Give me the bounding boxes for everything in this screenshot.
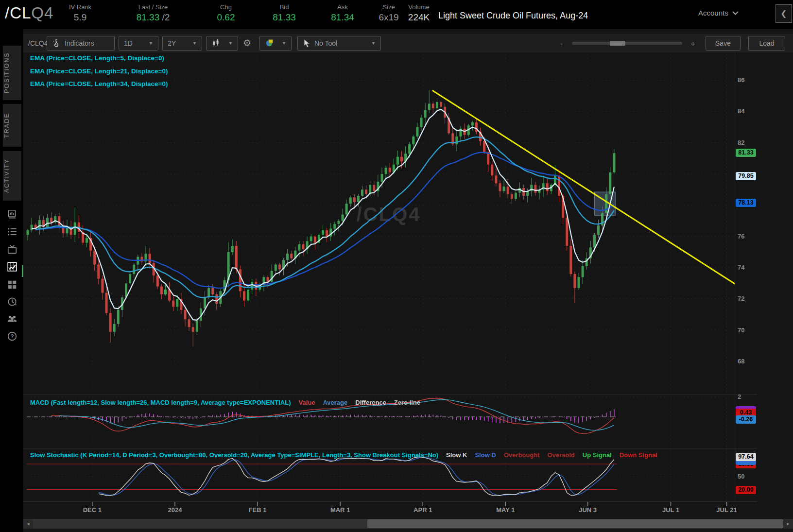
scrollbar-track[interactable] (33, 519, 782, 529)
candle-body (188, 319, 190, 327)
macd-histogram-bar (315, 415, 316, 417)
zoom-slider-thumb[interactable] (610, 41, 625, 46)
ema-21-line (35, 137, 614, 298)
list-icon[interactable] (7, 226, 17, 237)
candle-body (558, 175, 560, 196)
ema-legend-row: EMA (Price=CLOSE, Length=34, Displace=0) (30, 80, 168, 87)
timeframe-dropdown[interactable]: 1D▼ (119, 36, 158, 51)
load-button[interactable]: Load (748, 36, 785, 51)
macd-histogram-bar (445, 416, 446, 417)
candle-body (597, 225, 600, 235)
macd-histogram-bar (216, 415, 217, 417)
chart-icon[interactable] (7, 261, 17, 272)
candle-body (511, 194, 513, 199)
macd-histogram-bar (598, 416, 599, 417)
trendline-drawing[interactable] (432, 90, 735, 284)
macd-histogram-bar (413, 415, 414, 417)
macd-histogram-bar (480, 417, 481, 420)
candle-body (357, 196, 360, 202)
macd-histogram-bar (59, 416, 60, 417)
scroll-left-icon[interactable]: ◂ (23, 519, 33, 529)
macd-histogram-bar (606, 413, 607, 417)
candle-body (243, 291, 245, 300)
study-label: Slow Stochastic (K Period=14, D Period=3… (30, 451, 438, 459)
page-title: /CLQ4 (5, 4, 53, 22)
time-axis-label: DEC 1 (83, 506, 102, 514)
drawing-tool-value: No Tool (314, 39, 337, 47)
sidebar-item-activity[interactable]: ACTIVITY (3, 151, 21, 201)
drawing-tool-dropdown[interactable]: No Tool ▼ (297, 36, 381, 51)
candle-body (365, 189, 367, 194)
people-icon[interactable] (7, 313, 17, 324)
header-stat: Bid81.33 (253, 3, 316, 23)
chart-type-dropdown[interactable]: ▼ (206, 36, 238, 51)
macd-histogram-bar (130, 417, 131, 417)
candle-body (149, 254, 151, 263)
candle-body (432, 103, 434, 108)
price-chart-canvas[interactable]: /CLQ4 (23, 52, 735, 515)
tv-icon (7, 244, 17, 255)
macd-histogram-bar (307, 415, 308, 417)
macd-histogram-bar (55, 416, 56, 417)
help-icon[interactable]: ? (7, 331, 17, 342)
time-axis-label: MAY 1 (496, 506, 515, 514)
indicators-flask-icon (52, 39, 61, 48)
macd-histogram-bar (338, 415, 339, 417)
toolbar-symbol-label: /CLQ4 (28, 39, 48, 47)
candle-body (184, 310, 187, 319)
stat-value: 81.33 /2 (121, 12, 185, 23)
macd-histogram-bar (303, 415, 304, 417)
stat-label: Chg (194, 3, 258, 11)
stat-label: Volume (400, 3, 437, 11)
zoom-out-button[interactable]: - (560, 39, 563, 48)
time-axis-label: APR 1 (414, 506, 432, 514)
zoom-slider[interactable] (572, 42, 682, 45)
sidebar-item-positions[interactable]: POSITIONS (3, 46, 21, 100)
axis-border (735, 52, 735, 501)
legend-item: Difference (355, 399, 386, 406)
accounts-label: Accounts (698, 9, 728, 17)
tv-icon[interactable] (7, 244, 17, 255)
legend-item: Slow K (446, 451, 467, 459)
macd-histogram-bar (346, 415, 347, 417)
gear-icon[interactable]: ⚙ (243, 37, 251, 49)
macd-histogram-bar (51, 416, 52, 417)
macd-histogram-bar (417, 415, 418, 417)
candle-body (578, 277, 580, 288)
candle-body (314, 237, 316, 243)
accounts-dropdown[interactable]: Accounts (698, 9, 739, 17)
candle-body (483, 141, 485, 152)
range-dropdown[interactable]: 2Y▼ (162, 36, 202, 51)
macd-histogram-bar (535, 417, 536, 418)
list-icon (7, 226, 17, 237)
macd-histogram-bar (496, 417, 497, 423)
indicators-button[interactable]: Indicators (47, 36, 115, 51)
macd-histogram-bar (602, 414, 603, 417)
macd-histogram-bar (157, 415, 158, 417)
macd-histogram-bar (503, 417, 504, 423)
save-button[interactable]: Save (706, 36, 741, 51)
stat-value: 0.62 (194, 12, 258, 23)
chart-scrollbar[interactable]: ◂ ▸ (23, 519, 793, 529)
macd-histogram-bar (169, 417, 170, 417)
candle-body (436, 102, 438, 108)
candle-body (164, 290, 167, 294)
chart-mode-dropdown[interactable]: ▼ (259, 36, 292, 51)
scroll-right-icon[interactable]: ▸ (783, 519, 793, 529)
watermark: /CLQ4 (357, 204, 421, 225)
report-icon[interactable] (7, 209, 17, 220)
collapse-panel-button[interactable]: ❮ (776, 4, 792, 23)
zoom-in-button[interactable]: + (691, 39, 695, 48)
grid-icon[interactable] (7, 279, 17, 290)
macd-histogram-bar (437, 415, 438, 417)
history-icon[interactable] (7, 296, 17, 307)
sidebar-item-trade[interactable]: TRADE (3, 104, 21, 147)
macd-histogram-bar (114, 417, 115, 423)
macd-histogram-bar (102, 417, 103, 421)
candle-body (396, 157, 399, 165)
macd-histogram-bar (456, 417, 457, 420)
scrollbar-thumb[interactable] (367, 519, 791, 528)
study-label: MACD (Fast length=12, Slow length=26, MA… (30, 399, 291, 406)
stat-value: 224K (400, 12, 437, 23)
candle-body (113, 324, 116, 332)
